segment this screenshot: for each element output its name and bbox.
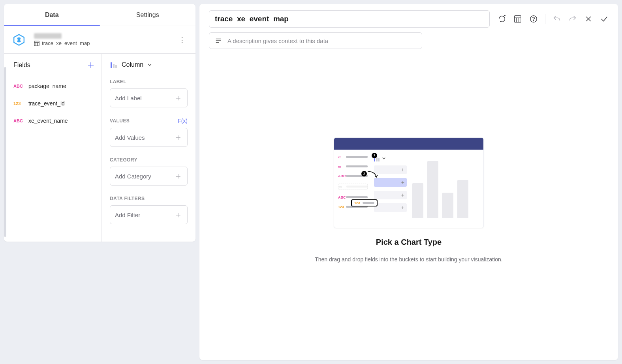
label-dropzone[interactable]: Add Label ＋ bbox=[110, 88, 188, 107]
field-item[interactable]: 123 trace_event_id bbox=[13, 95, 95, 112]
svg-rect-7 bbox=[111, 62, 112, 68]
field-type-badge: ABC bbox=[13, 84, 24, 88]
chart-type-selector[interactable]: Column bbox=[110, 61, 188, 69]
field-item[interactable]: ABC package_name bbox=[13, 77, 95, 95]
description-icon bbox=[215, 37, 222, 44]
close-icon[interactable] bbox=[584, 15, 593, 23]
refresh-ai-icon[interactable] bbox=[498, 15, 506, 23]
toolbar-divider bbox=[545, 14, 545, 24]
empty-state-illustration: ▭ ▭ ABC ▭ ABC 123 1 + 2 bbox=[334, 137, 484, 228]
table-icon bbox=[34, 41, 39, 46]
dropzone-placeholder: Add Category bbox=[115, 173, 151, 180]
scrollbar[interactable] bbox=[4, 67, 6, 237]
chart-title-input[interactable] bbox=[209, 10, 490, 28]
description-input[interactable]: A description gives context to this data bbox=[209, 32, 422, 49]
plus-icon: ＋ bbox=[174, 131, 182, 143]
empty-state-subtext: Then drag and drop fields into the bucke… bbox=[315, 256, 503, 263]
svg-rect-1 bbox=[34, 41, 39, 45]
svg-rect-8 bbox=[113, 64, 115, 68]
field-name: xe_event_name bbox=[28, 118, 68, 124]
datasource-menu-button[interactable]: ⋮ bbox=[177, 35, 187, 45]
field-type-badge: ABC bbox=[13, 118, 24, 123]
dropzone-placeholder: Add Filter bbox=[115, 212, 140, 218]
plus-icon: ＋ bbox=[174, 170, 182, 182]
toolbar bbox=[498, 14, 609, 24]
left-panel: Data Settings trace_xe_event_map ⋮ bbox=[4, 4, 195, 242]
right-panel: A description gives context to this data… bbox=[199, 4, 618, 360]
add-field-button[interactable] bbox=[86, 61, 95, 69]
data-source-row: trace_xe_event_map ⋮ bbox=[4, 26, 195, 54]
datasource-logo-icon bbox=[13, 34, 25, 46]
chevron-down-icon bbox=[147, 62, 152, 67]
datasource-table-name: trace_xe_event_map bbox=[42, 40, 90, 46]
values-dropzone[interactable]: Add Values ＋ bbox=[110, 128, 188, 147]
confirm-icon[interactable] bbox=[600, 15, 609, 23]
field-item[interactable]: ABC xe_event_name bbox=[13, 112, 95, 129]
chart-canvas-empty: ▭ ▭ ABC ▭ ABC 123 1 + 2 bbox=[209, 49, 609, 351]
undo-icon[interactable] bbox=[552, 15, 561, 23]
fields-heading: Fields bbox=[13, 62, 30, 69]
section-title-filters: DATA FILTERS bbox=[110, 196, 145, 201]
section-title-category: CATEGORY bbox=[110, 157, 137, 163]
field-name: package_name bbox=[28, 83, 66, 89]
svg-rect-9 bbox=[115, 65, 117, 68]
dropzone-placeholder: Add Values bbox=[115, 134, 145, 141]
section-title-label: LABEL bbox=[110, 79, 126, 84]
svg-point-16 bbox=[533, 21, 534, 21]
section-title-values: VALUES bbox=[110, 118, 130, 124]
field-type-badge: 123 bbox=[13, 101, 24, 106]
field-name: trace_event_id bbox=[28, 100, 65, 107]
tab-bar: Data Settings bbox=[4, 4, 195, 26]
fields-column: Fields ABC package_name 123 trace_event_… bbox=[4, 54, 102, 242]
column-chart-icon bbox=[110, 61, 118, 69]
grid-view-icon[interactable] bbox=[513, 15, 522, 23]
empty-state-heading: Pick a Chart Type bbox=[376, 238, 442, 247]
tab-settings[interactable]: Settings bbox=[100, 4, 196, 26]
category-dropzone[interactable]: Add Category ＋ bbox=[110, 167, 188, 186]
svg-point-10 bbox=[504, 15, 505, 16]
fx-button[interactable]: F(x) bbox=[178, 118, 188, 124]
chart-type-label: Column bbox=[122, 61, 143, 68]
config-column: Column LABEL Add Label ＋ VALUES F(x) Add… bbox=[102, 54, 195, 242]
description-placeholder: A description gives context to this data bbox=[227, 38, 328, 44]
filter-dropzone[interactable]: Add Filter ＋ bbox=[110, 205, 188, 224]
plus-icon: ＋ bbox=[174, 92, 182, 104]
help-icon[interactable] bbox=[529, 15, 538, 23]
svg-rect-11 bbox=[515, 16, 521, 23]
redo-icon[interactable] bbox=[568, 15, 577, 23]
tab-data[interactable]: Data bbox=[4, 4, 100, 26]
dropzone-placeholder: Add Label bbox=[115, 95, 142, 101]
plus-icon: ＋ bbox=[174, 209, 182, 221]
datasource-name-redacted bbox=[34, 33, 62, 39]
